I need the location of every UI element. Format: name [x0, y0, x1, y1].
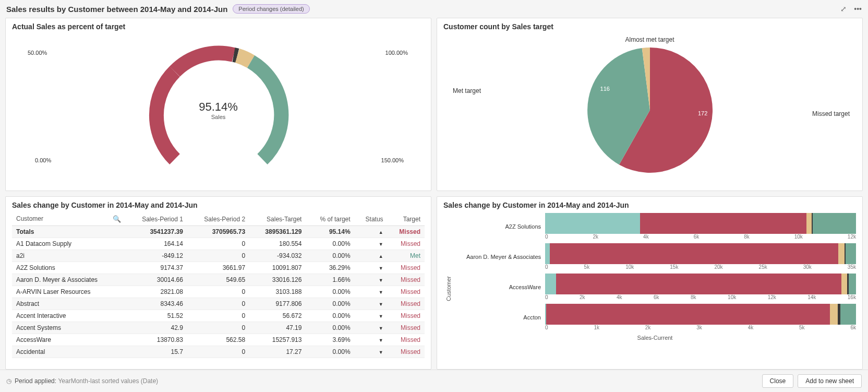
collapse-icon[interactable]: ⤢	[840, 5, 847, 13]
panel-title: Customer count by Sales target	[443, 22, 856, 31]
col-pct[interactable]: % of target	[306, 212, 354, 226]
bars-xlabel: Sales-Current	[454, 335, 856, 341]
more-icon[interactable]: •••	[854, 5, 862, 13]
pie-label-missed: Missed target	[812, 110, 850, 117]
col-customer[interactable]: Customer 🔍	[12, 212, 125, 226]
table-row[interactable]: Accidental15.7017.270.00%Missed	[12, 346, 425, 358]
bar-category: Accton	[454, 314, 545, 320]
col-p2[interactable]: Sales-Period 2	[187, 212, 249, 226]
bar-row[interactable]: Aaron D. Meyer & Associates05k10k15k20k2…	[454, 243, 856, 271]
bar-ticks: 05k10k15k20k25k30k35k	[545, 264, 856, 271]
bar-row[interactable]: AccessWare02k4k6k8k10k12k14k16k	[454, 273, 856, 301]
bars-ylabel: Customer	[443, 276, 454, 301]
col-p1[interactable]: Sales-Period 1	[125, 212, 187, 226]
search-icon[interactable]: 🔍	[113, 215, 121, 223]
gauge-tick-150: 150.00%	[381, 157, 404, 163]
bar-row[interactable]: Accton01k2k3k4k5k6k	[454, 303, 856, 331]
bar-ticks: 02k4k6k8k10k12k	[545, 234, 856, 241]
gauge-center: 95.14% Sales	[199, 100, 238, 120]
bars-chart[interactable]: Customer A2Z Solutions02k4k6k8k10k12kAar…	[443, 212, 856, 365]
pie-label-almost: Almost met target	[625, 36, 674, 43]
table-row[interactable]: A-ARVIN Laser Resources2821.0803103.1880…	[12, 286, 425, 298]
add-to-sheet-button[interactable]: Add to new sheet	[798, 374, 862, 388]
pie-label-met: Met target	[453, 87, 481, 94]
panel-title: Sales change by Customer in 2014-May and…	[12, 201, 425, 209]
table-row-totals[interactable]: Totals3541237.393705965.733895361.12995.…	[12, 226, 425, 238]
table-row[interactable]: Aaron D. Meyer & Associates30014.66549.6…	[12, 274, 425, 286]
pie-svg	[582, 42, 718, 178]
gauge-value: 95.14%	[199, 100, 238, 114]
gauge-tick-0: 0.00%	[35, 157, 51, 163]
bar-ticks: 01k2k3k4k5k6k	[545, 325, 856, 331]
page-title: Sales results by Customer between 2014-M…	[6, 5, 227, 14]
gauge-chart[interactable]: 0.00% 50.00% 100.00% 150.00% 95.14% Sale…	[12, 34, 425, 186]
bars-area: A2Z Solutions02k4k6k8k10k12kAaron D. Mey…	[454, 212, 856, 365]
bar-graph	[545, 304, 856, 325]
col-tgt[interactable]: Sales-Target	[249, 212, 306, 226]
period-applied-label: Period applied:	[15, 377, 56, 385]
bar-graph	[545, 243, 856, 264]
table-row[interactable]: Abstract8343.4609177.8060.00%Missed	[12, 298, 425, 310]
bar-graph	[545, 213, 856, 234]
dashboard-grid: Actual Sales as percent of target 0.00% …	[0, 18, 868, 370]
panel-title: Sales change by Customer in 2014-May and…	[443, 201, 856, 209]
table-row[interactable]: AccessWare13870.83562.5815257.9133.69%Mi…	[12, 334, 425, 346]
table-row[interactable]: a2i-849.120-934.0320.00%Met	[12, 250, 425, 262]
panel-pie: Customer count by Sales target Almost me…	[437, 18, 863, 191]
table-row[interactable]: A1 Datacom Supply164.140180.5540.00%Miss…	[12, 238, 425, 250]
bar-category: AccessWare	[454, 284, 545, 290]
bar-graph	[545, 274, 856, 294]
clock-icon	[6, 377, 15, 385]
period-applied-value: YearMonth-last sorted values (Date)	[58, 377, 158, 385]
panel-gauge: Actual Sales as percent of target 0.00% …	[5, 18, 431, 191]
table-row[interactable]: Accent Systems42.9047.190.00%Missed	[12, 322, 425, 334]
pie-chart[interactable]: Almost met target Missed target Met targ…	[443, 34, 856, 186]
bar-row[interactable]: A2Z Solutions02k4k6k8k10k12k	[454, 212, 856, 241]
gauge-tick-50: 50.00%	[28, 50, 47, 56]
footer: Period applied: YearMonth-last sorted va…	[0, 370, 868, 392]
panel-table: Sales change by Customer in 2014-May and…	[5, 196, 431, 370]
period-badge[interactable]: Period changes (detailed)	[233, 4, 309, 14]
gauge-tick-100: 100.00%	[385, 50, 408, 56]
pie-value-missed: 172	[698, 110, 707, 116]
table-wrap[interactable]: Customer 🔍 Sales-Period 1 Sales-Period 2…	[12, 212, 425, 365]
sales-table: Customer 🔍 Sales-Period 1 Sales-Period 2…	[12, 212, 425, 358]
pie-value-met: 116	[600, 86, 610, 92]
table-row[interactable]: Accent Interactive51.52056.6720.00%Misse…	[12, 310, 425, 322]
panel-title: Actual Sales as percent of target	[12, 22, 425, 31]
gauge-sublabel: Sales	[199, 114, 238, 120]
col-target[interactable]: Target	[388, 212, 425, 226]
table-header-row: Customer 🔍 Sales-Period 1 Sales-Period 2…	[12, 212, 425, 226]
bar-category: Aaron D. Meyer & Associates	[454, 254, 545, 260]
table-row[interactable]: A2Z Solutions9174.373661.9710091.80736.2…	[12, 262, 425, 274]
panel-bars: Sales change by Customer in 2014-May and…	[437, 196, 863, 370]
close-button[interactable]: Close	[762, 374, 794, 388]
dashboard-header: Sales results by Customer between 2014-M…	[0, 0, 868, 18]
col-status[interactable]: Status	[355, 212, 388, 226]
bar-ticks: 02k4k6k8k10k12k14k16k	[545, 294, 856, 301]
bar-category: A2Z Solutions	[454, 223, 545, 230]
